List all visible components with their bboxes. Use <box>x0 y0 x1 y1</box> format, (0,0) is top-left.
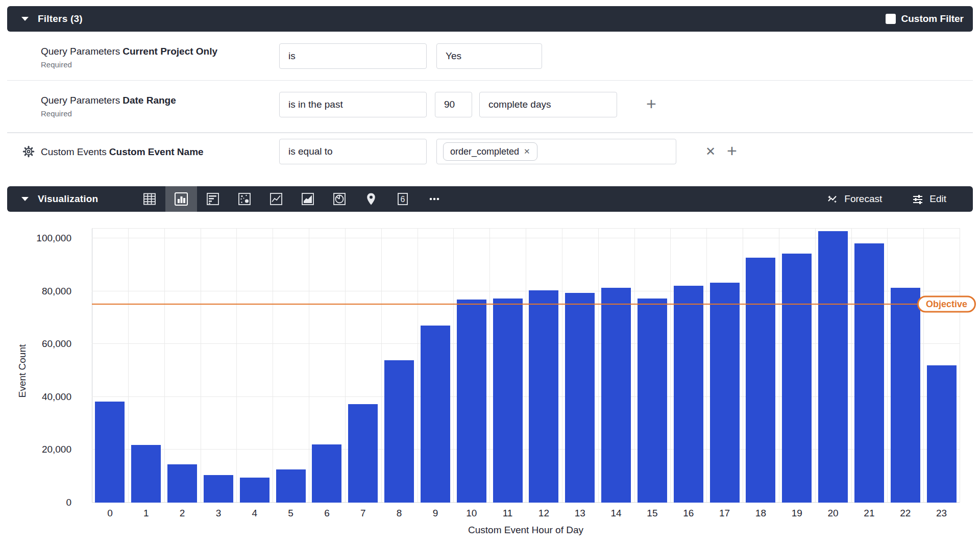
gridline <box>489 228 490 503</box>
app-root: Filters (3) Custom Filter Query Paramete… <box>0 0 980 547</box>
x-tick-label: 18 <box>743 508 779 519</box>
add-filter-icon[interactable]: + <box>727 141 737 161</box>
bar-hour-23[interactable] <box>927 365 957 503</box>
remove-filter-icon[interactable]: ✕ <box>705 144 716 159</box>
bar-hour-11[interactable] <box>493 299 523 503</box>
bar-hour-20[interactable] <box>818 231 848 503</box>
edit-button[interactable]: Edit <box>912 193 946 205</box>
gridline <box>851 228 852 503</box>
collapse-caret-icon[interactable] <box>21 197 29 201</box>
bar-hour-7[interactable] <box>348 404 378 503</box>
tag-input[interactable]: order_completed ✕ <box>436 139 676 164</box>
unit-select[interactable]: complete days <box>479 92 617 117</box>
bar-hour-2[interactable] <box>167 464 197 503</box>
column-chart-viz-icon[interactable] <box>165 186 197 212</box>
operator-select[interactable]: is in the past <box>279 92 427 117</box>
gridline <box>923 228 924 503</box>
forecast-button[interactable]: Forecast <box>826 193 882 205</box>
operator-select[interactable]: is <box>279 43 427 69</box>
filter-name: Custom Event Name <box>109 146 204 157</box>
horizontal-bar-viz-icon[interactable] <box>197 186 229 212</box>
single-value-viz-icon[interactable]: 6 <box>387 186 419 212</box>
amount-input[interactable]: 90 <box>435 92 472 117</box>
bar-hour-0[interactable] <box>95 402 125 503</box>
scatter-plot-viz-icon[interactable] <box>229 186 260 212</box>
bar-hour-5[interactable] <box>276 469 306 503</box>
bar-hour-6[interactable] <box>312 444 341 503</box>
value-select[interactable]: Yes <box>436 43 542 69</box>
operator-select[interactable]: is equal to <box>279 139 427 164</box>
gridline <box>526 228 526 503</box>
x-tick-label: 9 <box>418 508 454 519</box>
x-tick-label: 7 <box>345 508 381 519</box>
x-tick-label: 4 <box>236 508 273 519</box>
gridline <box>164 228 165 503</box>
bar-hour-10[interactable] <box>457 300 486 503</box>
edit-label: Edit <box>929 193 946 205</box>
more-options-icon[interactable] <box>419 186 450 212</box>
x-tick-label: 2 <box>164 508 201 519</box>
custom-filter-label: Custom Filter <box>901 13 964 24</box>
area-chart-viz-icon[interactable] <box>292 186 324 212</box>
filter-name: Current Project Only <box>122 46 217 57</box>
event-tag-label: order_completed <box>450 146 519 157</box>
gridline <box>634 228 635 503</box>
map-viz-icon[interactable] <box>355 186 387 212</box>
filters-header-bar: Filters (3) Custom Filter <box>7 6 973 32</box>
y-tick-label: 0 <box>5 497 71 508</box>
bar-hour-12[interactable] <box>529 290 558 503</box>
gridline <box>418 228 418 503</box>
event-tag[interactable]: order_completed ✕ <box>443 142 537 161</box>
required-label: Required <box>41 60 217 69</box>
gridline <box>960 228 960 503</box>
gridline <box>887 228 888 503</box>
x-tick-label: 3 <box>201 508 237 519</box>
y-tick-label: 60,000 <box>5 338 71 350</box>
gridline <box>562 228 562 503</box>
bar-hour-3[interactable] <box>204 475 233 503</box>
filter-category: Query Parameters <box>41 95 120 106</box>
x-tick-label: 8 <box>381 508 418 519</box>
collapse-caret-icon[interactable] <box>21 17 29 21</box>
bar-hour-16[interactable] <box>674 286 703 503</box>
line-chart-viz-icon[interactable] <box>260 186 292 212</box>
x-tick-label: 11 <box>489 508 526 519</box>
forecast-label: Forecast <box>844 193 882 205</box>
edit-sliders-icon <box>912 193 924 205</box>
gridline <box>815 228 816 503</box>
gridline <box>779 228 779 503</box>
table-viz-icon[interactable] <box>134 186 165 212</box>
objective-badge[interactable]: Objective <box>917 296 976 313</box>
bar-hour-18[interactable] <box>746 258 775 503</box>
visualization-title: Visualization <box>38 193 98 205</box>
bar-hour-1[interactable] <box>131 445 161 503</box>
add-filter-icon[interactable]: + <box>646 94 656 114</box>
gridline <box>236 228 237 503</box>
bar-hour-21[interactable] <box>854 243 884 503</box>
x-tick-label: 5 <box>273 508 309 519</box>
bar-hour-14[interactable] <box>601 288 631 503</box>
x-tick-label: 19 <box>779 508 815 519</box>
gridline <box>201 228 201 503</box>
bar-hour-17[interactable] <box>710 283 740 503</box>
x-tick-label: 21 <box>851 508 888 519</box>
gridline <box>453 228 454 503</box>
bar-hour-15[interactable] <box>638 299 667 503</box>
gridline <box>309 228 309 503</box>
filter-category: Query Parameters <box>41 46 120 57</box>
bar-hour-4[interactable] <box>240 478 270 503</box>
gear-icon[interactable] <box>21 144 36 159</box>
x-tick-label: 17 <box>706 508 743 519</box>
x-tick-label: 14 <box>598 508 634 519</box>
pie-chart-viz-icon[interactable] <box>324 186 355 212</box>
tag-remove-icon[interactable]: ✕ <box>524 147 530 156</box>
custom-filter-checkbox[interactable] <box>886 14 896 24</box>
bar-hour-22[interactable] <box>891 288 920 503</box>
bar-hour-8[interactable] <box>384 360 414 503</box>
bar-hour-19[interactable] <box>782 254 812 503</box>
gridline <box>706 228 707 503</box>
bar-hour-9[interactable] <box>421 326 450 503</box>
bar-hour-13[interactable] <box>565 293 595 503</box>
x-tick-label: 22 <box>887 508 923 519</box>
x-tick-label: 23 <box>923 508 960 519</box>
